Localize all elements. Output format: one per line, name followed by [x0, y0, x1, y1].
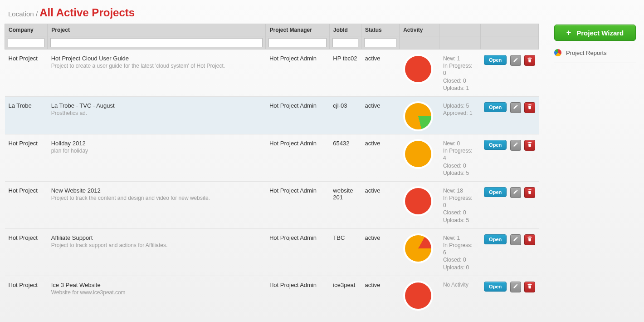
cell-project: Holiday 2012 plan for holiday: [48, 134, 266, 181]
cell-activity: [400, 134, 439, 181]
project-reports-label: Project Reports: [566, 50, 607, 56]
cell-jobid: HP tbc02: [329, 50, 361, 97]
breadcrumb-prefix: Location /: [8, 10, 38, 18]
project-title: New Website 2012: [51, 187, 262, 194]
open-button[interactable]: Open: [484, 55, 507, 65]
cell-company: Hot Project: [5, 134, 48, 181]
cell-status: active: [361, 181, 399, 228]
delete-button[interactable]: [524, 55, 535, 66]
activity-pie-icon: [405, 282, 431, 309]
cell-activity: [400, 276, 439, 313]
table-row[interactable]: Hot Project New Website 2012 Project to …: [5, 181, 539, 228]
table-row[interactable]: Hot Project Hot Project Cloud User Guide…: [5, 50, 539, 97]
cell-status: active: [361, 96, 399, 134]
project-title: La Trobe - TVC - August: [51, 102, 262, 109]
trash-icon: [527, 236, 532, 243]
col-company[interactable]: Company: [5, 24, 48, 36]
filter-pm[interactable]: [268, 38, 326, 47]
cell-status: active: [361, 276, 399, 313]
edit-button[interactable]: [510, 102, 521, 113]
cell-stats: New: 1In Progress: 0Closed: 0Uploads: 1: [439, 50, 480, 97]
cell-stats: Uploads: 5Approved: 1: [439, 96, 480, 134]
project-desc: Prosthetics ad.: [51, 110, 262, 116]
cell-actions: Open: [480, 276, 538, 313]
delete-button[interactable]: [524, 282, 535, 292]
trash-icon: [527, 283, 532, 290]
cell-company: Hot Project: [5, 50, 48, 97]
delete-button[interactable]: [524, 102, 535, 113]
cell-pm: Hot Project Admin: [266, 96, 329, 134]
cell-company: La Trobe: [5, 96, 48, 134]
cell-company: Hot Project: [5, 276, 48, 313]
edit-button[interactable]: [510, 282, 521, 292]
edit-button[interactable]: [510, 187, 521, 198]
trash-icon: [527, 189, 532, 196]
pencil-icon: [513, 283, 518, 290]
cell-activity: [400, 96, 439, 134]
cell-stats: No Activity: [439, 276, 480, 313]
project-reports-link[interactable]: Project Reports: [554, 49, 636, 56]
filter-status[interactable]: [364, 38, 396, 47]
delete-button[interactable]: [524, 140, 535, 151]
edit-button[interactable]: [510, 234, 521, 245]
table-row[interactable]: Hot Project Holiday 2012 plan for holida…: [5, 134, 539, 181]
cell-pm: Hot Project Admin: [266, 276, 329, 313]
cell-actions: Open: [480, 181, 538, 228]
cell-status: active: [361, 50, 399, 97]
project-desc: Website for www.ice3peat.com: [51, 289, 262, 296]
breadcrumb: Location / All Active Projects: [0, 0, 644, 24]
cell-project: La Trobe - TVC - August Prosthetics ad.: [48, 96, 266, 134]
cell-company: Hot Project: [5, 181, 48, 228]
open-button[interactable]: Open: [484, 234, 507, 244]
table-row[interactable]: Hot Project Affiliate Support Project to…: [5, 228, 539, 276]
trash-icon: [527, 142, 532, 149]
col-activity[interactable]: Activity: [400, 24, 439, 36]
open-button[interactable]: Open: [484, 140, 507, 150]
project-desc: Project to track support and actions for…: [51, 242, 262, 248]
project-wizard-button[interactable]: + Project Wizard: [554, 25, 636, 41]
activity-stats: Uploads: 5Approved: 1: [443, 102, 477, 117]
cell-jobid: cjl-03: [329, 96, 361, 134]
cell-activity: [400, 181, 439, 228]
cell-actions: Open: [480, 228, 538, 276]
filter-project[interactable]: [50, 38, 263, 47]
filter-company[interactable]: [8, 38, 44, 47]
edit-button[interactable]: [510, 55, 521, 66]
pencil-icon: [513, 189, 518, 196]
col-jobid[interactable]: JobId: [329, 24, 361, 36]
plus-icon: +: [566, 29, 571, 37]
pencil-icon: [513, 104, 518, 111]
col-project[interactable]: Project: [48, 24, 266, 36]
delete-button[interactable]: [524, 187, 535, 198]
project-desc: plan for holiday: [51, 148, 262, 154]
edit-button[interactable]: [510, 140, 521, 151]
col-status[interactable]: Status: [361, 24, 399, 36]
cell-activity: [400, 50, 439, 97]
activity-stats: New: 18In Progress: 0Closed: 0Uploads: 5: [443, 187, 477, 224]
cell-jobid: website 201: [329, 181, 361, 228]
activity-stats: New: 0In Progress: 4Closed: 0Uploads: 5: [443, 140, 477, 177]
pencil-icon: [513, 142, 518, 149]
open-button[interactable]: Open: [484, 282, 507, 292]
cell-stats: New: 1In Progress: 6Closed: 0Uploads: 0: [439, 228, 480, 276]
cell-actions: Open: [480, 50, 538, 97]
table-row[interactable]: La Trobe La Trobe - TVC - August Prosthe…: [5, 96, 539, 134]
cell-status: active: [361, 134, 399, 181]
cell-jobid: ice3peat: [329, 276, 361, 313]
project-desc: Project to create a user guide for the l…: [51, 63, 262, 69]
open-button[interactable]: Open: [484, 187, 507, 197]
page-title: All Active Projects: [39, 6, 135, 19]
activity-pie-icon: [405, 188, 431, 214]
cell-project: Ice 3 Peat Website Website for www.ice3p…: [48, 276, 266, 313]
open-button[interactable]: Open: [484, 102, 507, 112]
filter-jobid[interactable]: [332, 38, 358, 47]
delete-button[interactable]: [524, 234, 535, 245]
cell-project: New Website 2012 Project to track the co…: [48, 181, 266, 228]
cell-project: Hot Project Cloud User Guide Project to …: [48, 50, 266, 97]
col-pm[interactable]: Project Manager: [266, 24, 329, 36]
activity-stats: New: 1In Progress: 6Closed: 0Uploads: 0: [443, 234, 477, 271]
cell-pm: Hot Project Admin: [266, 50, 329, 97]
cell-pm: Hot Project Admin: [266, 134, 329, 181]
trash-icon: [527, 57, 532, 64]
table-row[interactable]: Hot Project Ice 3 Peat Website Website f…: [5, 276, 539, 313]
